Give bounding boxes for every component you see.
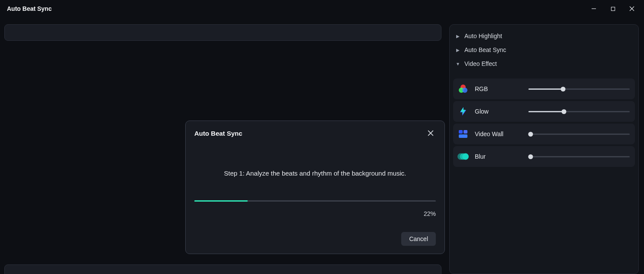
tree-item-label: Video Effect (464, 60, 497, 67)
effect-label: Video Wall (475, 130, 522, 137)
dialog-close-button[interactable] (425, 128, 436, 138)
glow-icon (457, 106, 469, 117)
slider-rgb[interactable] (528, 85, 630, 93)
tree-item-video-effect[interactable]: ▼ Video Effect (453, 57, 635, 71)
slider-videowall[interactable] (528, 130, 630, 138)
chevron-down-icon: ▼ (456, 62, 460, 66)
window-controls (585, 2, 641, 15)
cancel-button[interactable]: Cancel (401, 232, 436, 246)
progress-fill (194, 200, 248, 202)
slider-blur[interactable] (528, 152, 630, 161)
rgb-icon (457, 83, 469, 95)
blur-icon (457, 151, 469, 162)
chevron-right-icon: ▶ (456, 34, 460, 39)
close-button[interactable] (623, 2, 641, 15)
effect-row-videowall: Video Wall (453, 124, 635, 144)
dialog-message: Step 1: Analyze the beats and rhythm of … (194, 170, 436, 177)
chevron-right-icon: ▶ (456, 48, 460, 52)
progress-percent: 22% (194, 210, 436, 217)
sidebar-panel: ▶ Auto Highlight ▶ Auto Beat Sync ▼ Vide… (449, 24, 639, 274)
dialog-title: Auto Beat Sync (194, 130, 242, 137)
tree-item-label: Auto Highlight (464, 33, 502, 39)
window-title: Auto Beat Sync (7, 5, 52, 12)
svg-rect-7 (459, 130, 463, 134)
effect-label: Blur (475, 153, 522, 160)
effects-panel: RGB Glow (453, 78, 635, 167)
slider-glow[interactable] (528, 107, 630, 116)
progress-bar (194, 200, 436, 202)
effect-row-glow: Glow (453, 101, 635, 122)
tree-item-auto-highlight[interactable]: ▶ Auto Highlight (453, 29, 635, 43)
effect-row-rgb: RGB (453, 78, 635, 99)
maximize-button[interactable] (604, 2, 621, 15)
tree-item-label: Auto Beat Sync (464, 46, 506, 53)
svg-point-12 (462, 153, 469, 160)
effect-label: Glow (475, 108, 522, 115)
effect-row-blur: Blur (453, 146, 635, 167)
title-bar: Auto Beat Sync (0, 0, 644, 17)
svg-rect-8 (464, 130, 467, 134)
dialog-actions: Cancel (194, 232, 436, 246)
svg-point-6 (462, 88, 467, 93)
svg-rect-9 (459, 134, 467, 138)
auto-beat-sync-dialog: Auto Beat Sync Step 1: Analyze the beats… (185, 121, 445, 254)
effect-label: RGB (475, 85, 522, 92)
dialog-header: Auto Beat Sync (194, 128, 436, 138)
preview-header-strip (4, 24, 441, 41)
tree-item-auto-beat-sync[interactable]: ▶ Auto Beat Sync (453, 43, 635, 57)
videowall-icon (457, 128, 469, 140)
minimize-button[interactable] (585, 2, 602, 15)
svg-rect-1 (611, 7, 615, 10)
timeline-strip (4, 264, 441, 274)
